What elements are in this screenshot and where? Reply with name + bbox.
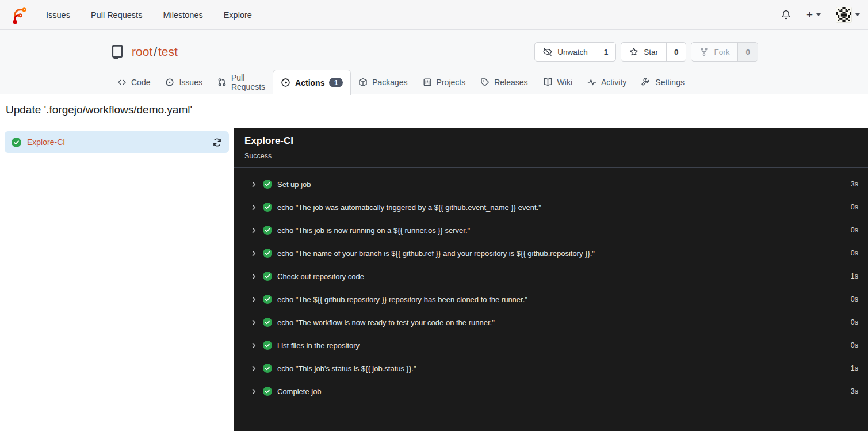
step-label: echo "This job is now running on a ${{ r… — [277, 226, 470, 235]
tab-issues[interactable]: Issues — [158, 70, 209, 94]
tab-settings-label: Settings — [655, 78, 685, 87]
run-job-title: Explore-CI — [244, 135, 858, 147]
success-check-icon — [263, 341, 272, 350]
unwatch-button[interactable]: Unwatch — [535, 43, 596, 61]
navbar-right: + — [781, 7, 860, 23]
sidebar-job-explore-ci[interactable]: Explore-CI — [5, 131, 229, 153]
nav-milestones[interactable]: Milestones — [163, 10, 202, 20]
tab-activity[interactable]: Activity — [580, 70, 634, 94]
success-check-icon — [263, 318, 272, 327]
tab-packages[interactable]: Packages — [351, 70, 415, 94]
fork-button-group: Fork 0 — [691, 42, 758, 62]
nav-pull-requests[interactable]: Pull Requests — [91, 10, 142, 20]
step-row[interactable]: echo "The ${{ github.repository }} repos… — [234, 288, 868, 311]
step-duration: 3s — [851, 387, 858, 395]
step-duration: 0s — [851, 203, 858, 211]
forks-count[interactable]: 0 — [737, 43, 758, 61]
star-icon — [629, 47, 638, 56]
step-row[interactable]: echo "The job was automatically triggere… — [234, 196, 868, 219]
repo-header: root/test Unwatch 1 — [0, 30, 868, 94]
step-row[interactable]: echo "This job's status is ${{ job.statu… — [234, 357, 868, 380]
fork-icon — [699, 47, 709, 56]
step-row[interactable]: Set up job 3s — [234, 173, 868, 196]
step-label: echo "The workflow is now ready to test … — [277, 318, 495, 327]
success-check-icon — [263, 249, 272, 258]
step-duration: 3s — [851, 180, 858, 188]
step-label: echo "The name of your branch is ${{ git… — [277, 249, 595, 258]
plus-icon: + — [806, 9, 813, 20]
navbar-links: Issues Pull Requests Milestones Explore — [46, 10, 252, 20]
stars-count[interactable]: 0 — [666, 43, 686, 61]
jobs-sidebar: Explore-CI — [0, 128, 234, 431]
tab-activity-label: Activity — [601, 78, 626, 87]
run-log-panel: Explore-CI Success Set up job 3s echo "T… — [234, 128, 868, 431]
tab-releases[interactable]: Releases — [473, 70, 535, 94]
repo-name-link[interactable]: test — [158, 45, 178, 58]
chevron-down-icon — [855, 13, 860, 16]
tab-wiki[interactable]: Wiki — [536, 70, 580, 94]
tab-actions[interactable]: Actions 1 — [273, 70, 351, 95]
issue-circle-icon — [165, 78, 174, 87]
tab-pull-requests[interactable]: Pull Requests — [210, 70, 273, 94]
star-button-group: Star 0 — [621, 42, 686, 62]
success-check-icon — [263, 364, 272, 373]
code-icon — [117, 78, 127, 87]
chevron-right-icon — [250, 365, 258, 372]
tab-code-label: Code — [131, 78, 150, 87]
page-title: Update '.forgejo/workflows/demo.yaml' — [6, 104, 862, 116]
chevron-right-icon — [250, 181, 258, 188]
chevron-right-icon — [250, 204, 258, 211]
tab-settings[interactable]: Settings — [634, 70, 692, 94]
tab-packages-label: Packages — [372, 78, 407, 87]
success-check-icon — [263, 387, 272, 396]
package-icon — [358, 78, 368, 87]
step-label: Complete job — [277, 387, 322, 396]
tab-wiki-label: Wiki — [557, 78, 572, 87]
tab-projects-label: Projects — [437, 78, 466, 87]
step-row[interactable]: Complete job 3s — [234, 380, 868, 403]
star-button[interactable]: Star — [621, 43, 666, 61]
success-check-icon — [263, 203, 272, 212]
step-label: Check out repository code — [277, 272, 364, 281]
step-row[interactable]: echo "The name of your branch is ${{ git… — [234, 242, 868, 265]
chevron-down-icon — [816, 13, 821, 16]
top-navbar: Issues Pull Requests Milestones Explore … — [0, 0, 868, 30]
bell-icon — [781, 9, 791, 20]
forgejo-logo-icon[interactable] — [10, 6, 29, 24]
unwatch-label: Unwatch — [557, 48, 588, 56]
nav-issues[interactable]: Issues — [46, 10, 70, 20]
eye-slash-icon — [543, 47, 552, 56]
step-row[interactable]: echo "The workflow is now ready to test … — [234, 311, 868, 334]
step-duration: 1s — [851, 364, 858, 372]
star-label: Star — [644, 48, 658, 56]
tab-pull-requests-label: Pull Requests — [231, 73, 265, 91]
steps-list: Set up job 3s echo "The job was automati… — [234, 168, 868, 403]
notifications-button[interactable] — [781, 9, 791, 20]
nav-explore[interactable]: Explore — [224, 10, 252, 20]
step-row[interactable]: echo "This job is now running on a ${{ r… — [234, 219, 868, 242]
play-circle-icon — [281, 78, 290, 87]
step-duration: 0s — [851, 295, 858, 303]
step-label: echo "The ${{ github.repository }} repos… — [277, 295, 527, 304]
fork-button[interactable]: Fork — [691, 43, 737, 61]
create-new-button[interactable]: + — [806, 9, 821, 20]
repo-owner-link[interactable]: root — [132, 45, 152, 58]
step-row[interactable]: List files in the repository 0s — [234, 334, 868, 357]
user-menu-button[interactable] — [836, 7, 860, 23]
chevron-right-icon — [250, 388, 258, 395]
chevron-right-icon — [250, 227, 258, 234]
step-label: echo "The job was automatically triggere… — [277, 203, 541, 212]
tab-projects[interactable]: Projects — [415, 70, 473, 94]
pull-request-icon — [217, 78, 227, 87]
step-row[interactable]: Check out repository code 1s — [234, 265, 868, 288]
refresh-sync-icon[interactable] — [212, 138, 222, 147]
chevron-right-icon — [250, 342, 258, 349]
repository-book-icon — [110, 44, 125, 59]
success-check-icon — [263, 226, 272, 235]
success-check-icon — [12, 138, 21, 147]
user-avatar-identicon — [836, 7, 852, 23]
tab-code[interactable]: Code — [110, 70, 158, 94]
tab-actions-label: Actions — [295, 78, 324, 87]
step-duration: 0s — [851, 226, 858, 234]
watchers-count[interactable]: 1 — [596, 43, 616, 61]
